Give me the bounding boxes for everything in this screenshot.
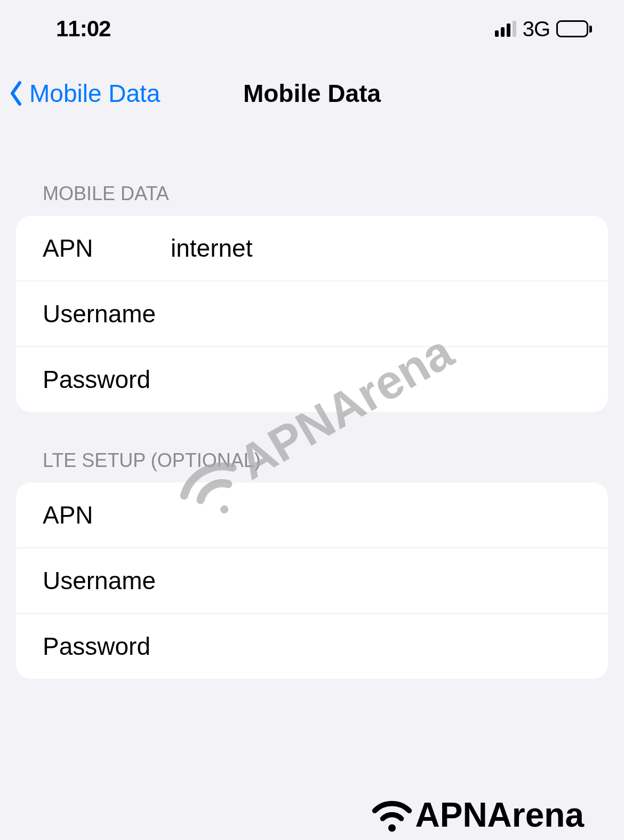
battery-icon [556,20,592,37]
lte-apn-input[interactable] [171,501,581,529]
lte-password-label: Password [43,632,171,661]
settings-group-lte-setup: APN Username Password [16,482,608,679]
password-label: Password [43,365,171,394]
settings-row-lte-apn[interactable]: APN [16,482,608,548]
bottom-logo: APNArena [368,795,584,835]
signal-icon [495,21,516,37]
password-input[interactable] [171,365,581,394]
username-label: Username [43,299,171,328]
settings-row-username[interactable]: Username [16,281,608,347]
lte-username-input[interactable] [171,566,581,595]
chevron-left-icon [8,80,24,107]
back-button[interactable]: Mobile Data [8,79,160,108]
bottom-logo-text: APNArena [415,795,584,835]
lte-password-input[interactable] [171,632,581,661]
section-header-lte-setup: LTE SETUP (OPTIONAL) [0,449,624,482]
section-header-mobile-data: MOBILE DATA [0,183,624,216]
wifi-icon [368,796,416,834]
network-type-label: 3G [523,17,550,41]
apn-input[interactable] [171,234,581,263]
settings-row-apn[interactable]: APN [16,216,608,281]
settings-group-mobile-data: APN Username Password [16,216,608,412]
status-indicators: 3G [495,17,592,41]
username-input[interactable] [171,299,581,328]
lte-username-label: Username [43,566,171,595]
lte-apn-label: APN [43,501,171,529]
apn-label: APN [43,234,171,263]
settings-row-lte-password[interactable]: Password [16,614,608,679]
svg-point-0 [388,825,396,832]
nav-bar: Mobile Data Mobile Data [0,58,624,129]
status-bar: 11:02 3G [0,0,624,58]
settings-row-password[interactable]: Password [16,347,608,412]
page-title: Mobile Data [243,79,381,108]
settings-row-lte-username[interactable]: Username [16,548,608,614]
back-label: Mobile Data [29,79,160,108]
status-time: 11:02 [56,16,110,42]
